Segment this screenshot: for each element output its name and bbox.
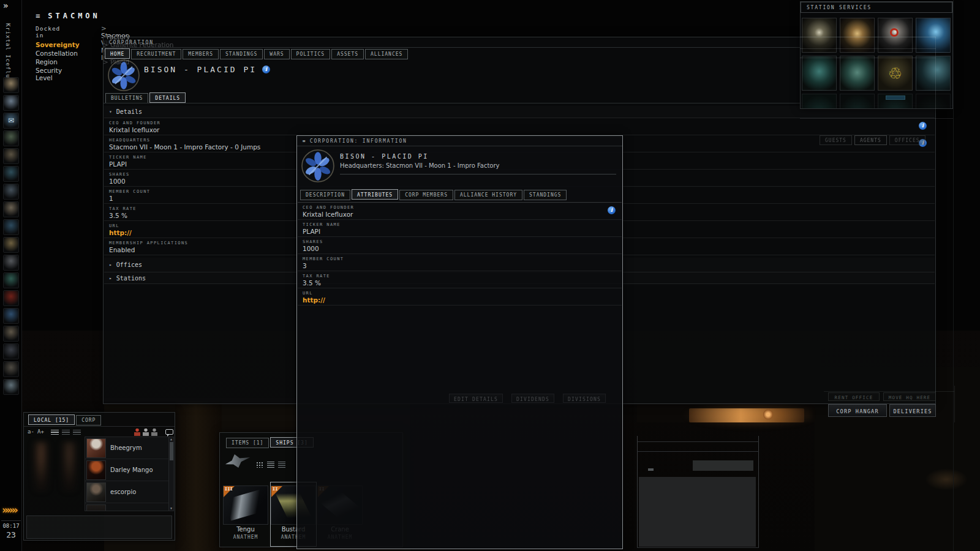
corp-name-row: BISON - PLACID PI i — [144, 65, 270, 74]
neocom-people-count: 23 — [0, 530, 22, 539]
active-ship-icon[interactable] — [225, 452, 252, 472]
neocom-expand-icon[interactable]: » — [3, 1, 8, 10]
info-url-link[interactable]: http:// — [303, 296, 622, 304]
tab-politics[interactable]: POLITICS — [291, 49, 331, 59]
tab-bulletins[interactable]: BULLETINS — [105, 93, 148, 103]
tab-standings[interactable]: STANDINGS — [524, 190, 567, 200]
deliveries-button[interactable]: DELIVERIES — [889, 404, 936, 417]
window-menu-icon[interactable]: ≡ — [303, 138, 306, 144]
fitting-icon[interactable] — [3, 166, 19, 182]
virtual-goods-service-icon[interactable] — [916, 94, 951, 109]
neocom-chevrons-icon[interactable]: »»» — [2, 503, 17, 516]
tab-home[interactable]: HOME — [105, 48, 130, 59]
browser-icon[interactable] — [3, 308, 19, 324]
ceo-info-icon[interactable]: i — [919, 122, 927, 130]
storage-service-icon[interactable] — [840, 56, 875, 91]
scroll-down-icon[interactable]: ▼ — [169, 506, 173, 511]
military-service-icon[interactable] — [802, 18, 837, 53]
repair-shop-service-icon[interactable] — [916, 56, 951, 91]
tab-description[interactable]: DESCRIPTION — [300, 190, 350, 200]
tab-details[interactable]: DETAILS — [149, 92, 186, 103]
rent-office-button[interactable]: RENT OFFICE — [828, 392, 880, 401]
collapsed-triangle-icon: ▸ — [109, 262, 112, 268]
tab-recruitment[interactable]: RECRUITMENT — [131, 49, 181, 59]
journal-icon[interactable] — [3, 326, 19, 342]
tab-alliances[interactable]: ALLIANCES — [365, 49, 408, 59]
mail-icon[interactable]: ✉ — [3, 113, 19, 129]
star-map-icon[interactable] — [3, 219, 19, 235]
inventory-icon[interactable] — [3, 184, 19, 200]
tab-standings[interactable]: STANDINGS — [220, 49, 263, 59]
console-knob — [763, 410, 773, 419]
member-row[interactable]: escorpio — [85, 481, 168, 503]
ship-hangar-icon[interactable] — [3, 379, 19, 395]
member-list-view-icon[interactable] — [51, 430, 59, 436]
factories-service-icon[interactable] — [802, 94, 837, 109]
tab-corp-members[interactable]: CORP MEMBERS — [399, 190, 453, 200]
field-row-ceo: CEO AND FOUNDER Krixtal Icefluxor i — [298, 203, 622, 220]
tab-alliance-history[interactable]: ALLIANCE HISTORY — [454, 190, 522, 200]
docked-in-label: Docked in — [36, 25, 60, 39]
avatar — [86, 438, 106, 458]
scroll-up-icon[interactable]: ▲ — [169, 437, 173, 441]
detail-view-icon[interactable] — [278, 462, 285, 468]
bounty-office-service-icon[interactable] — [878, 18, 913, 53]
corp-wallet-icon[interactable] — [3, 272, 19, 288]
menu-icon[interactable]: ≡ — [36, 12, 43, 20]
corp-hangar-button[interactable]: CORP HANGAR — [828, 404, 887, 417]
chat-bubble-icon[interactable] — [165, 429, 173, 435]
tab-attributes[interactable]: ATTRIBUTES — [352, 189, 398, 200]
character-sheet-icon[interactable] — [3, 77, 19, 93]
contracts-icon[interactable] — [3, 201, 19, 217]
font-larger-button[interactable]: A+ — [37, 429, 44, 435]
tab-wars[interactable]: WARS — [264, 49, 289, 59]
member-list-scrollbar[interactable]: ▲ ▼ — [168, 437, 173, 511]
member-detail-view-icon[interactable] — [73, 430, 81, 436]
member-row[interactable]: Darley Mango — [85, 459, 168, 481]
chat-input[interactable] — [26, 515, 172, 539]
cloning-service-icon[interactable] — [802, 56, 837, 91]
member-compact-view-icon[interactable] — [62, 430, 70, 436]
corp-name: BISON - PLACID PI — [144, 65, 257, 74]
member-row[interactable] — [85, 503, 168, 511]
grid-view-icon[interactable] — [256, 462, 263, 468]
tab-members[interactable]: MEMBERS — [183, 49, 219, 59]
jukebox-icon[interactable] — [3, 343, 19, 359]
members-icon[interactable] — [143, 429, 149, 436]
hq-info-icon[interactable]: i — [919, 139, 927, 147]
font-smaller-button[interactable]: a- — [28, 429, 34, 435]
ship-card-tengu[interactable]: III Tengu ANATHEM — [223, 485, 268, 525]
ceo-info-icon[interactable]: i — [608, 206, 616, 214]
tab-local[interactable]: LOCAL [15] — [28, 414, 75, 425]
reprocessing-service-icon[interactable]: ♲ — [878, 56, 913, 91]
field-row-member-count: MEMBER COUNT 3 — [298, 254, 622, 271]
corp-info-icon[interactable]: i — [262, 66, 270, 73]
militia-icon[interactable] — [3, 290, 19, 306]
move-hq-here-button[interactable]: MOVE HQ HERE — [883, 392, 936, 401]
list-view-icon[interactable] — [267, 462, 274, 468]
speakers-icon[interactable] — [151, 429, 157, 436]
console-strip — [689, 408, 804, 422]
wallet-icon[interactable] — [3, 148, 19, 164]
skills-icon[interactable] — [3, 95, 19, 111]
insurance-service-icon[interactable] — [840, 94, 875, 109]
science-lab-service-icon[interactable] — [916, 18, 951, 53]
market-icon[interactable] — [3, 130, 19, 146]
medals-icon[interactable] — [3, 237, 19, 253]
calculator-icon[interactable] — [3, 361, 19, 377]
neocom-sidebar: » Krixtal Icefluxor ✉ »»» 08:17 23 — [0, 0, 22, 551]
tab-corp-chat[interactable]: CORP — [76, 415, 101, 425]
tab-assets[interactable]: ASSETS — [331, 49, 364, 59]
member-row[interactable]: Bheegrym — [85, 437, 168, 459]
hangar-pillar — [175, 401, 222, 551]
chat-content-area — [26, 437, 83, 511]
info-window-title: ≡ CORPORATION: INFORMATION — [297, 136, 622, 146]
security-office-service-icon[interactable] — [878, 94, 913, 109]
blocked-icon[interactable] — [134, 429, 140, 436]
scrollbar-thumb[interactable] — [170, 442, 173, 460]
right-edge-line — [953, 0, 954, 551]
assets-icon[interactable] — [3, 255, 19, 271]
ship-fitting-service-icon[interactable] — [840, 18, 875, 53]
tab-items[interactable]: ITEMS [1] — [226, 438, 269, 448]
hangar-light-spot — [925, 468, 968, 490]
